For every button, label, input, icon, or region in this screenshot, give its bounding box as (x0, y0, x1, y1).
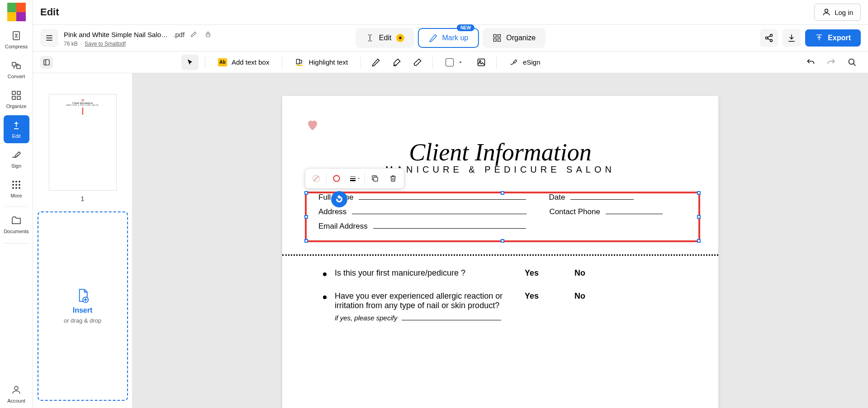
selected-shape[interactable] (305, 192, 700, 242)
sidebar-item-compress[interactable]: Compress (4, 26, 29, 54)
insert-page-zone[interactable]: Insert or drag & drop (38, 211, 128, 401)
sidebar-item-organize[interactable]: Organize (4, 85, 29, 113)
sidebar-label: Sign (11, 163, 21, 169)
svg-rect-27 (297, 59, 300, 64)
lock-button[interactable] (203, 29, 213, 40)
svg-point-13 (12, 187, 14, 189)
delete-button[interactable] (384, 170, 402, 187)
app-logo[interactable] (7, 3, 26, 21)
new-badge: NEW (457, 24, 474, 31)
toggle-thumbnails-button[interactable] (40, 56, 53, 69)
svg-point-9 (19, 181, 20, 183)
marker-tool[interactable] (388, 54, 405, 70)
grid-icon (493, 33, 502, 42)
separator (282, 254, 718, 256)
resize-handle[interactable] (304, 215, 308, 219)
pointer-tool[interactable] (181, 55, 199, 70)
upload-icon (815, 34, 823, 42)
chevron-down-icon (357, 177, 360, 180)
image-tool[interactable] (473, 54, 490, 70)
sidebar-label: Account (7, 398, 25, 403)
pencil-icon (190, 31, 197, 38)
page-thumbnail[interactable]: Client Information MANICURE & PEDICURE S… (49, 94, 117, 191)
highlight-tool[interactable]: Highlight text (289, 54, 354, 70)
svg-point-33 (333, 175, 339, 181)
esign-tool[interactable]: eSign (503, 54, 546, 70)
svg-point-23 (770, 34, 773, 37)
answer-yes: Yes (525, 268, 574, 278)
export-button[interactable]: Export (805, 29, 861, 47)
sidebar-item-account[interactable]: Account (4, 380, 29, 407)
pen-icon (371, 58, 380, 67)
stroke-width-button[interactable] (346, 170, 364, 187)
resize-handle[interactable] (304, 191, 308, 195)
undo-button[interactable] (802, 54, 819, 70)
add-text-tool[interactable]: Ab Add text box (212, 55, 275, 70)
text-box-icon: Ab (218, 58, 227, 66)
svg-rect-34 (374, 177, 378, 181)
svg-rect-5 (12, 96, 15, 99)
resize-handle[interactable] (501, 239, 504, 243)
download-button[interactable] (783, 29, 801, 47)
question-text: Is this your first manicure/pedicure ? (335, 268, 525, 278)
left-sidebar: Compress Convert Organize Edit Sign More… (0, 0, 33, 408)
sidebar-label: More (10, 193, 22, 198)
svg-point-15 (19, 187, 20, 189)
pdf-page[interactable]: Client Information MANICURE & PEDICURE S… (282, 96, 718, 408)
svg-point-7 (12, 181, 14, 183)
stroke-color-button[interactable] (327, 170, 346, 187)
svg-rect-26 (44, 60, 49, 65)
sidebar-item-documents[interactable]: Documents (4, 211, 29, 239)
svg-point-11 (15, 184, 17, 186)
sidebar-item-sign[interactable]: Sign (4, 145, 29, 173)
organize-icon (11, 90, 22, 101)
duplicate-button[interactable] (366, 170, 384, 187)
redo-icon (827, 58, 836, 67)
panel-icon (43, 59, 50, 66)
undo-icon (806, 58, 815, 67)
file-info: Pink and White Simple Nail Salo… .pdf 76… (64, 29, 213, 47)
resize-handle[interactable] (501, 191, 504, 195)
sidebar-item-more[interactable]: More (4, 175, 29, 203)
rename-button[interactable] (188, 29, 199, 40)
save-link[interactable]: Save to Smallpdf (85, 41, 126, 47)
shape-color-tool[interactable] (439, 55, 469, 70)
sidebar-item-edit[interactable]: Edit (4, 115, 29, 143)
share-button[interactable] (760, 29, 778, 47)
chevron-down-icon (458, 60, 463, 65)
eraser-icon (413, 58, 422, 67)
resize-handle[interactable] (304, 239, 308, 243)
eraser-tool[interactable] (409, 54, 426, 70)
sidebar-label: Organize (6, 103, 27, 109)
insert-label: Insert (73, 306, 93, 314)
doc-title: Client Information (305, 138, 696, 166)
account-icon (11, 385, 22, 395)
sidebar-item-convert[interactable]: Convert (4, 56, 29, 84)
thumbnail-page-number: 1 (81, 195, 85, 202)
question-text: Have you ever experienced allergic react… (335, 291, 525, 310)
svg-rect-2 (17, 65, 20, 69)
copy-icon (371, 174, 379, 183)
no-fill-button[interactable] (307, 170, 325, 187)
file-size: 76 kB (64, 41, 78, 47)
mode-tab-organize[interactable]: Organize (483, 28, 545, 48)
resize-handle[interactable] (697, 191, 701, 195)
rotate-handle[interactable] (331, 191, 347, 207)
svg-point-29 (479, 60, 481, 61)
svg-rect-22 (498, 39, 501, 42)
pen-tool[interactable] (367, 54, 384, 70)
bullet-icon (323, 272, 327, 276)
search-button[interactable] (844, 54, 861, 70)
compress-icon (11, 30, 22, 41)
mode-tab-markup[interactable]: NEW Mark up (417, 28, 479, 48)
resize-handle[interactable] (697, 215, 701, 219)
svg-point-30 (849, 59, 854, 64)
hamburger-button[interactable] (40, 29, 58, 47)
mode-tab-edit[interactable]: Edit (356, 28, 414, 48)
trash-icon (389, 174, 397, 183)
login-button[interactable]: Log in (814, 4, 861, 21)
canvas[interactable]: Client Information MANICURE & PEDICURE S… (133, 73, 868, 408)
redo-button[interactable] (823, 54, 840, 70)
resize-handle[interactable] (697, 239, 701, 243)
sidebar-label: Edit (12, 133, 21, 139)
